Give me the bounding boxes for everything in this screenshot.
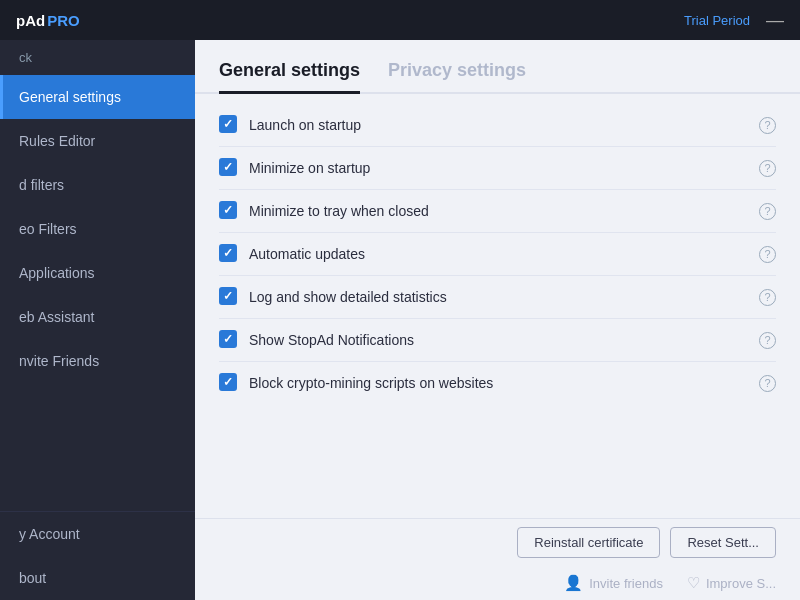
checkbox-visual[interactable] <box>219 330 237 348</box>
reinstall-certificate-button[interactable]: Reinstall certificate <box>517 527 660 558</box>
sidebar-item-label: nvite Friends <box>19 353 99 369</box>
help-icon-show-notifications[interactable]: ? <box>759 332 776 349</box>
back-label: ck <box>19 50 32 65</box>
sidebar-item-label: Applications <box>19 265 95 281</box>
sidebar-item-rules-editor[interactable]: Rules Editor <box>0 119 195 163</box>
checkbox-visual[interactable] <box>219 373 237 391</box>
setting-row-launch-startup: Launch on startup ? <box>219 104 776 147</box>
sidebar-back[interactable]: ck <box>0 40 195 75</box>
setting-row-automatic-updates: Automatic updates ? <box>219 233 776 276</box>
sidebar-item-label: eo Filters <box>19 221 77 237</box>
checkbox-visual[interactable] <box>219 201 237 219</box>
setting-label-minimize-startup: Minimize on startup <box>249 160 749 176</box>
setting-label-block-crypto: Block crypto-mining scripts on websites <box>249 375 749 391</box>
setting-row-show-notifications: Show StopAd Notifications ? <box>219 319 776 362</box>
help-icon-launch-startup[interactable]: ? <box>759 117 776 134</box>
titlebar-right: Trial Period — <box>684 11 784 29</box>
sidebar-item-label: General settings <box>19 89 121 105</box>
reset-settings-button[interactable]: Reset Sett... <box>670 527 776 558</box>
sidebar-item-label: d filters <box>19 177 64 193</box>
sidebar-item-general-settings[interactable]: General settings <box>0 75 195 119</box>
help-icon-block-crypto[interactable]: ? <box>759 375 776 392</box>
app-logo: pAd PRO <box>16 12 80 29</box>
checkbox-block-crypto[interactable] <box>219 373 239 393</box>
checkbox-minimize-startup[interactable] <box>219 158 239 178</box>
setting-label-automatic-updates: Automatic updates <box>249 246 749 262</box>
trial-period-label: Trial Period <box>684 13 750 28</box>
heart-icon: ♡ <box>687 574 700 592</box>
checkbox-show-notifications[interactable] <box>219 330 239 350</box>
improve-link[interactable]: ♡ Improve S... <box>687 574 776 592</box>
setting-row-block-crypto: Block crypto-mining scripts on websites … <box>219 362 776 404</box>
help-icon-minimize-tray[interactable]: ? <box>759 203 776 220</box>
sidebar-item-label: eb Assistant <box>19 309 95 325</box>
setting-label-log-statistics: Log and show detailed statistics <box>249 289 749 305</box>
setting-row-minimize-tray: Minimize to tray when closed ? <box>219 190 776 233</box>
checkbox-visual[interactable] <box>219 244 237 262</box>
sidebar-item-label: bout <box>19 570 46 586</box>
setting-label-show-notifications: Show StopAd Notifications <box>249 332 749 348</box>
help-icon-automatic-updates[interactable]: ? <box>759 246 776 263</box>
sidebar-item-video-filters[interactable]: eo Filters <box>0 207 195 251</box>
logo-pro: PRO <box>47 12 80 29</box>
setting-label-minimize-tray: Minimize to tray when closed <box>249 203 749 219</box>
sidebar-spacer <box>0 383 195 511</box>
sidebar-item-my-account[interactable]: y Account <box>0 512 195 556</box>
invite-friends-icon: 👤 <box>564 574 583 592</box>
tab-general-settings[interactable]: General settings <box>219 60 360 94</box>
sidebar-item-about[interactable]: bout <box>0 556 195 600</box>
invite-friends-label: Invite friends <box>589 576 663 591</box>
sidebar-item-applications[interactable]: Applications <box>0 251 195 295</box>
setting-row-log-statistics: Log and show detailed statistics ? <box>219 276 776 319</box>
invite-friends-link[interactable]: 👤 Invite friends <box>564 574 663 592</box>
main-layout: ck General settings Rules Editor d filte… <box>0 40 800 600</box>
checkbox-launch-startup[interactable] <box>219 115 239 135</box>
checkbox-visual[interactable] <box>219 158 237 176</box>
sidebar-item-ad-filters[interactable]: d filters <box>0 163 195 207</box>
setting-row-minimize-startup: Minimize on startup ? <box>219 147 776 190</box>
sidebar: ck General settings Rules Editor d filte… <box>0 40 195 600</box>
logo-prefix: pAd <box>16 12 45 29</box>
improve-label: Improve S... <box>706 576 776 591</box>
checkbox-visual[interactable] <box>219 287 237 305</box>
footer-links: 👤 Invite friends ♡ Improve S... <box>195 566 800 600</box>
setting-label-launch-startup: Launch on startup <box>249 117 749 133</box>
help-icon-log-statistics[interactable]: ? <box>759 289 776 306</box>
tab-privacy-settings[interactable]: Privacy settings <box>388 60 526 94</box>
sidebar-item-web-assistant[interactable]: eb Assistant <box>0 295 195 339</box>
sidebar-bottom: y Account bout <box>0 511 195 600</box>
checkbox-minimize-tray[interactable] <box>219 201 239 221</box>
settings-list: Launch on startup ? Minimize on startup … <box>195 94 800 518</box>
sidebar-item-label: Rules Editor <box>19 133 95 149</box>
sidebar-item-invite-friends[interactable]: nvite Friends <box>0 339 195 383</box>
content-area: General settings Privacy settings Launch… <box>195 40 800 600</box>
checkbox-log-statistics[interactable] <box>219 287 239 307</box>
checkbox-visual[interactable] <box>219 115 237 133</box>
titlebar: pAd PRO Trial Period — <box>0 0 800 40</box>
checkbox-automatic-updates[interactable] <box>219 244 239 264</box>
close-button[interactable]: — <box>766 11 784 29</box>
tabs-bar: General settings Privacy settings <box>195 40 800 94</box>
buttons-row: Reinstall certificate Reset Sett... <box>195 518 800 566</box>
sidebar-item-label: y Account <box>19 526 80 542</box>
help-icon-minimize-startup[interactable]: ? <box>759 160 776 177</box>
